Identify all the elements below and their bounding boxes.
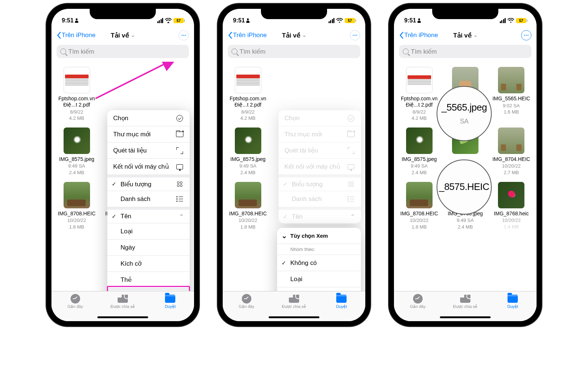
shared-folder-icon [118,295,128,303]
tab-browse[interactable]: Duyệt [318,291,365,321]
file-item[interactable]: IMG_8575.jpeg 9:49 SA2.4 MB [54,125,100,178]
file-name: IMG_8575.jpeg [230,156,266,162]
file-item[interactable]: Fptshop.com.vn Điệ...t 2.pdf 8/9/224.2 M… [225,65,271,124]
search-icon [60,49,66,54]
back-label: Trên iPhone [404,32,438,39]
file-name: IMG_8708.HEIC [58,211,96,217]
search-placeholder: Tìm kiếm [68,48,94,55]
battery-icon: 57 [516,18,526,23]
battery-icon: 57 [173,18,184,23]
home-indicator[interactable] [269,316,319,318]
magnifier-annotation: _5565.jpegSA [437,86,492,141]
search-icon [232,49,237,54]
signal-icon [157,18,164,23]
file-item[interactable]: IMG_8575.jpeg9:49 SA2.4 MB [396,125,442,178]
file-thumb-icon [406,182,433,208]
submenu-header[interactable]: ⌄Tùy chọn Xem [277,228,361,244]
status-time: 9:51 [233,17,245,24]
search-input[interactable]: Tìm kiếm [57,45,189,58]
tab-recent[interactable]: Gần đây [223,291,270,321]
tab-recent[interactable]: Gần đây [51,291,99,321]
search-placeholder: Tìm kiếm [240,48,265,55]
notch [432,9,498,19]
shared-folder-icon [460,295,470,303]
menu-new-folder[interactable]: Thư mục mới [107,126,190,143]
submenu-group-type[interactable]: Loại [277,271,361,287]
back-button[interactable]: Trên iPhone [228,32,267,39]
scan-icon [176,147,183,154]
tab-browse[interactable]: Duyệt [489,291,537,321]
file-thumb-icon [235,67,261,93]
submenu-group-date[interactable]: Ngày [277,287,361,291]
wifi-icon [336,18,343,23]
tab-recent[interactable]: Gần đây [394,291,441,321]
list-icon [176,196,183,202]
search-input[interactable]: Tìm kiếm [228,45,360,58]
chevron-left-icon [57,32,61,39]
file-thumb-icon [64,67,90,93]
file-item[interactable]: IMG_8575.jpeg 9:49 SA2.4 MB [225,125,271,178]
file-item[interactable]: IMG_8768.heic10/20/221.4 MB [488,180,534,233]
home-indicator[interactable] [440,316,491,318]
menu-sort-tags[interactable]: Thẻ [107,272,190,288]
check-icon: ✓ [112,181,116,187]
menu-select[interactable]: Chọn [107,110,190,126]
folder-plus-icon [176,132,183,137]
menu-sort-size[interactable]: Kích cỡ [107,256,190,272]
page-title[interactable]: Tải về⌄ [282,32,306,39]
svg-point-2 [339,22,340,23]
status-time: 9:51 [62,17,74,24]
submenu-group-label: Nhóm theo: [277,244,361,255]
svg-point-3 [510,22,512,23]
search-input[interactable]: Tìm kiếm [399,45,531,58]
home-indicator[interactable] [97,316,148,318]
person-icon [75,18,79,23]
phone-3: 9:51 57 Trên iPhone Tải về⌄ ⋯ Tìm kiếm F… [389,4,542,326]
battery-icon: 57 [345,18,355,23]
notch [261,9,327,19]
chevron-up-icon: ⌃ [179,213,184,220]
back-button[interactable]: Trên iPhone [57,32,96,39]
file-thumb-icon [406,67,433,93]
submenu-group-none[interactable]: ✓Không có [277,255,361,271]
signal-icon [329,18,335,23]
folder-icon [336,295,347,303]
file-thumb-icon [406,128,433,154]
folder-icon [508,295,518,303]
file-thumb-icon [498,67,524,93]
wifi-icon [165,18,172,23]
person-icon [417,18,421,23]
tab-browse[interactable]: Duyệt [147,291,194,321]
file-item[interactable]: Fptshop.com.vn Điệ...t 2.pdf 8/9/224.2 M… [54,65,100,124]
chevron-down-icon: ⌄ [474,33,477,38]
file-item[interactable]: IMG_8708.HEIC10/20/221.8 MB [396,180,442,233]
file-item[interactable]: IMG_5565.HEIC9:02 SA1.6 MB [488,65,534,124]
menu-sort-name[interactable]: ✓Tên⌃ [107,207,190,223]
menu-scan[interactable]: Quét tài liệu [107,143,190,159]
file-name: IMG_8708.HEIC [229,211,267,217]
menu-view-icons[interactable]: ✓Biểu tượng [107,175,190,191]
page-title[interactable]: Tải về⌄ [453,32,477,39]
page-title[interactable]: Tải về⌄ [111,32,135,39]
context-menu: Chọn Thư mục mới Quét tài liệu Kết nối v… [107,110,190,291]
file-name: Fptshop.com.vn Điệ...t 2.pdf [55,96,98,108]
more-button[interactable]: ⋯ [179,30,189,40]
more-button[interactable]: ⋯ [521,30,531,40]
menu-connect-server[interactable]: Kết nối với máy chủ [107,159,190,175]
menu-sort-date[interactable]: Ngày [107,240,190,256]
file-item[interactable]: IMG_8704.HEIC10/20/222.7 MB [488,125,534,178]
status-time: 9:51 [404,17,416,24]
back-button[interactable]: Trên iPhone [399,32,438,39]
menu-view-options[interactable]: ›Tùy chọn Xem [107,288,190,291]
file-item[interactable]: Fptshop.com.vn Điệ...t 2.pdf8/9/224.2 MB [396,65,442,124]
more-button[interactable]: ⋯ [350,30,360,40]
magnifier-annotation: _8575.HEIC [437,159,492,215]
nav-bar: Trên iPhone Tải về⌄ ⋯ [394,27,537,43]
chevron-down-icon: ⌄ [282,232,287,240]
nav-bar: Trên iPhone Tải về⌄ ⋯ [223,27,365,43]
menu-view-list[interactable]: Danh sách [107,191,190,207]
file-item[interactable]: IMG_8708.HEIC 10/20/221.8 MB [225,180,271,233]
file-item[interactable]: IMG_8708.HEIC 10/20/221.8 MB [54,180,100,233]
notch [90,9,156,19]
menu-sort-type[interactable]: Loại [107,223,190,240]
